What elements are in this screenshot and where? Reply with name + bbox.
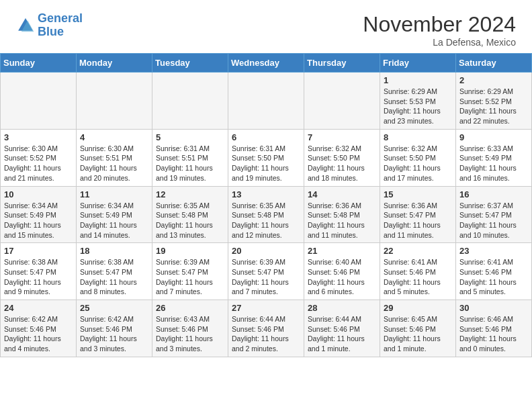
calendar-cell: 30Sunrise: 6:46 AM Sunset: 5:46 PM Dayli… (456, 300, 532, 357)
day-number: 16 (459, 189, 528, 199)
calendar-cell: 8Sunrise: 6:32 AM Sunset: 5:50 PM Daylig… (380, 129, 456, 186)
day-number: 1 (384, 75, 452, 85)
weekday-header: Friday (380, 54, 456, 73)
weekday-header: Tuesday (152, 54, 228, 73)
calendar-cell: 11Sunrise: 6:34 AM Sunset: 5:49 PM Dayli… (77, 186, 152, 243)
calendar-cell (77, 73, 152, 130)
day-number: 27 (232, 303, 300, 313)
cell-content: Sunrise: 6:38 AM Sunset: 5:47 PM Dayligh… (4, 257, 73, 297)
cell-content: Sunrise: 6:40 AM Sunset: 5:46 PM Dayligh… (308, 257, 376, 297)
day-number: 3 (4, 132, 73, 142)
calendar-cell: 27Sunrise: 6:44 AM Sunset: 5:46 PM Dayli… (228, 300, 304, 357)
weekday-header: Monday (77, 54, 152, 73)
logo-line2: Blue (38, 25, 64, 38)
cell-content: Sunrise: 6:39 AM Sunset: 5:47 PM Dayligh… (156, 257, 224, 297)
calendar-cell: 22Sunrise: 6:41 AM Sunset: 5:46 PM Dayli… (380, 243, 456, 300)
day-number: 28 (308, 303, 376, 313)
calendar-cell: 2Sunrise: 6:29 AM Sunset: 5:52 PM Daylig… (456, 73, 532, 130)
day-number: 23 (459, 246, 528, 256)
page-header: General Blue November 2024 La Defensa, M… (0, 0, 532, 53)
cell-content: Sunrise: 6:32 AM Sunset: 5:50 PM Dayligh… (384, 144, 452, 183)
cell-content: Sunrise: 6:36 AM Sunset: 5:48 PM Dayligh… (308, 201, 376, 240)
day-number: 19 (156, 246, 224, 256)
cell-content: Sunrise: 6:34 AM Sunset: 5:49 PM Dayligh… (80, 201, 148, 240)
cell-content: Sunrise: 6:31 AM Sunset: 5:50 PM Dayligh… (232, 144, 300, 183)
day-number: 15 (384, 189, 452, 199)
location: La Defensa, Mexico (363, 37, 516, 48)
weekday-header: Wednesday (228, 54, 304, 73)
weekday-header: Thursday (304, 54, 380, 73)
calendar-cell: 25Sunrise: 6:42 AM Sunset: 5:46 PM Dayli… (77, 300, 152, 357)
weekday-header: Sunday (1, 54, 77, 73)
calendar-cell: 29Sunrise: 6:45 AM Sunset: 5:46 PM Dayli… (380, 300, 456, 357)
cell-content: Sunrise: 6:30 AM Sunset: 5:52 PM Dayligh… (4, 144, 73, 183)
day-number: 26 (156, 303, 224, 313)
logo-line1: General (38, 11, 83, 25)
logo-text: General Blue (38, 12, 83, 39)
cell-content: Sunrise: 6:41 AM Sunset: 5:46 PM Dayligh… (384, 257, 452, 297)
cell-content: Sunrise: 6:29 AM Sunset: 5:52 PM Dayligh… (459, 87, 528, 126)
cell-content: Sunrise: 6:37 AM Sunset: 5:47 PM Dayligh… (459, 201, 528, 240)
day-number: 22 (384, 246, 452, 256)
day-number: 20 (232, 246, 300, 256)
cell-content: Sunrise: 6:46 AM Sunset: 5:46 PM Dayligh… (459, 314, 528, 354)
title-area: November 2024 La Defensa, Mexico (363, 12, 516, 48)
calendar-week-row: 1Sunrise: 6:29 AM Sunset: 5:53 PM Daylig… (1, 73, 532, 130)
cell-content: Sunrise: 6:34 AM Sunset: 5:49 PM Dayligh… (4, 201, 73, 240)
cell-content: Sunrise: 6:43 AM Sunset: 5:46 PM Dayligh… (156, 314, 224, 354)
day-number: 2 (459, 75, 528, 85)
calendar-cell: 24Sunrise: 6:42 AM Sunset: 5:46 PM Dayli… (1, 300, 77, 357)
calendar-table: SundayMondayTuesdayWednesdayThursdayFrid… (0, 53, 532, 357)
logo-icon (16, 16, 35, 35)
cell-content: Sunrise: 6:42 AM Sunset: 5:46 PM Dayligh… (4, 314, 73, 354)
day-number: 5 (156, 132, 224, 142)
day-number: 29 (384, 303, 452, 313)
day-number: 6 (232, 132, 300, 142)
calendar-cell: 14Sunrise: 6:36 AM Sunset: 5:48 PM Dayli… (304, 186, 380, 243)
cell-content: Sunrise: 6:41 AM Sunset: 5:46 PM Dayligh… (459, 257, 528, 297)
calendar-week-row: 3Sunrise: 6:30 AM Sunset: 5:52 PM Daylig… (1, 129, 532, 186)
calendar-cell: 4Sunrise: 6:30 AM Sunset: 5:51 PM Daylig… (77, 129, 152, 186)
calendar-cell: 3Sunrise: 6:30 AM Sunset: 5:52 PM Daylig… (1, 129, 77, 186)
cell-content: Sunrise: 6:30 AM Sunset: 5:51 PM Dayligh… (80, 144, 148, 183)
day-number: 7 (308, 132, 376, 142)
day-number: 25 (80, 303, 148, 313)
calendar-cell: 28Sunrise: 6:44 AM Sunset: 5:46 PM Dayli… (304, 300, 380, 357)
cell-content: Sunrise: 6:42 AM Sunset: 5:46 PM Dayligh… (80, 314, 148, 354)
day-number: 4 (80, 132, 148, 142)
calendar-cell: 20Sunrise: 6:39 AM Sunset: 5:47 PM Dayli… (228, 243, 304, 300)
day-number: 18 (80, 246, 148, 256)
cell-content: Sunrise: 6:35 AM Sunset: 5:48 PM Dayligh… (232, 201, 300, 240)
calendar-cell: 16Sunrise: 6:37 AM Sunset: 5:47 PM Dayli… (456, 186, 532, 243)
cell-content: Sunrise: 6:45 AM Sunset: 5:46 PM Dayligh… (384, 314, 452, 354)
calendar-cell: 21Sunrise: 6:40 AM Sunset: 5:46 PM Dayli… (304, 243, 380, 300)
calendar-cell (152, 73, 228, 130)
calendar-cell: 15Sunrise: 6:36 AM Sunset: 5:47 PM Dayli… (380, 186, 456, 243)
calendar-cell: 17Sunrise: 6:38 AM Sunset: 5:47 PM Dayli… (1, 243, 77, 300)
calendar-cell: 1Sunrise: 6:29 AM Sunset: 5:53 PM Daylig… (380, 73, 456, 130)
calendar-cell: 6Sunrise: 6:31 AM Sunset: 5:50 PM Daylig… (228, 129, 304, 186)
calendar-cell: 10Sunrise: 6:34 AM Sunset: 5:49 PM Dayli… (1, 186, 77, 243)
day-number: 21 (308, 246, 376, 256)
day-number: 13 (232, 189, 300, 199)
cell-content: Sunrise: 6:32 AM Sunset: 5:50 PM Dayligh… (308, 144, 376, 183)
cell-content: Sunrise: 6:44 AM Sunset: 5:46 PM Dayligh… (232, 314, 300, 354)
calendar-cell: 23Sunrise: 6:41 AM Sunset: 5:46 PM Dayli… (456, 243, 532, 300)
calendar-cell (1, 73, 77, 130)
calendar-week-row: 17Sunrise: 6:38 AM Sunset: 5:47 PM Dayli… (1, 243, 532, 300)
day-number: 17 (4, 246, 73, 256)
calendar-cell: 5Sunrise: 6:31 AM Sunset: 5:51 PM Daylig… (152, 129, 228, 186)
cell-content: Sunrise: 6:35 AM Sunset: 5:48 PM Dayligh… (156, 201, 224, 240)
cell-content: Sunrise: 6:38 AM Sunset: 5:47 PM Dayligh… (80, 257, 148, 297)
calendar-cell (228, 73, 304, 130)
day-number: 11 (80, 189, 148, 199)
cell-content: Sunrise: 6:33 AM Sunset: 5:49 PM Dayligh… (459, 144, 528, 183)
calendar-cell: 12Sunrise: 6:35 AM Sunset: 5:48 PM Dayli… (152, 186, 228, 243)
day-number: 12 (156, 189, 224, 199)
day-number: 9 (459, 132, 528, 142)
weekday-header-row: SundayMondayTuesdayWednesdayThursdayFrid… (1, 54, 532, 73)
calendar-cell: 26Sunrise: 6:43 AM Sunset: 5:46 PM Dayli… (152, 300, 228, 357)
logo: General Blue (16, 12, 83, 39)
cell-content: Sunrise: 6:39 AM Sunset: 5:47 PM Dayligh… (232, 257, 300, 297)
day-number: 8 (384, 132, 452, 142)
